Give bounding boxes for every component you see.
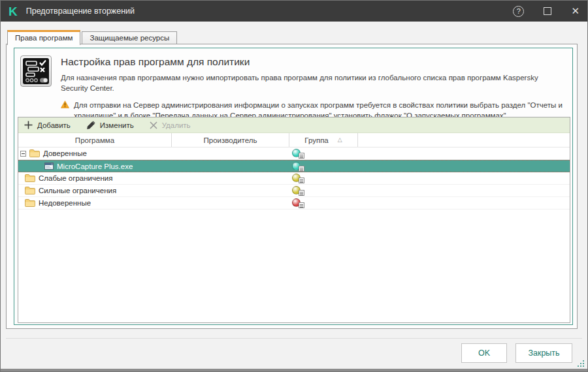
folder-icon: [29, 149, 40, 157]
table-body: ДоверенныеMicroCapture Plus.exeСлабые ог…: [18, 147, 570, 322]
kaspersky-logo-icon: K: [8, 5, 18, 18]
tab-strip: Права программ Защищаемые ресурсы: [1, 22, 587, 44]
group-status-icon: [292, 149, 304, 159]
resize-grip[interactable]: [576, 359, 584, 367]
help-button[interactable]: ?: [513, 6, 524, 17]
group-list-badge-icon: [299, 190, 304, 196]
group-status-icon: [292, 198, 304, 208]
column-label: Группа: [304, 136, 328, 144]
group-status-icon: [292, 174, 304, 183]
tab-protected-resources[interactable]: Защищаемые ресурсы: [82, 31, 177, 44]
titlebar: K Предотвращение вторжений ? ✕: [1, 1, 587, 22]
delete-button[interactable]: Удалить: [150, 121, 191, 129]
column-label: Программа: [75, 136, 114, 144]
group-status-icon: [292, 162, 304, 172]
rights-table: Добавить Изменить Удалить Программа Прои…: [18, 117, 570, 323]
column-header-program[interactable]: Программа: [18, 133, 172, 147]
table-row[interactable]: MicroCapture Plus.exe: [18, 160, 570, 172]
column-label: Производитель: [204, 136, 257, 144]
pencil-icon: [86, 121, 95, 130]
tab-page: Настройка прав программ для политики Для…: [6, 44, 578, 329]
tab-application-rights[interactable]: Права программ: [7, 30, 80, 45]
table-row[interactable]: Доверенные: [18, 147, 570, 160]
ok-button[interactable]: OK: [461, 343, 507, 363]
close-dialog-button[interactable]: Закрыть: [515, 343, 572, 363]
footer-divider: [6, 338, 582, 339]
edit-button[interactable]: Изменить: [86, 121, 134, 130]
tab-label: Права программ: [15, 34, 73, 42]
folder-icon: [25, 187, 35, 194]
close-button[interactable]: ✕: [571, 5, 580, 17]
row-label: Недоверенные: [39, 199, 91, 207]
table-row[interactable]: Слабые ограничения: [18, 172, 570, 185]
row-label: Слабые ограничения: [39, 174, 112, 182]
maximize-button[interactable]: [544, 7, 551, 15]
window-title: Предотвращение вторжений: [26, 7, 135, 16]
column-header-empty: [358, 133, 570, 147]
warning-icon: [61, 101, 69, 108]
column-header-vendor[interactable]: Производитель: [172, 133, 289, 147]
folder-icon: [25, 199, 35, 207]
edit-label: Изменить: [100, 121, 134, 129]
row-label: Сильные ограничения: [39, 187, 116, 194]
dialog-window: K Предотвращение вторжений ? ✕ Права про…: [0, 0, 588, 372]
collapse-toggle-icon[interactable]: [20, 151, 26, 157]
window-bottom-border: [1, 369, 587, 371]
column-header-group[interactable]: Группа △: [289, 133, 358, 147]
page-title: Настройка прав программ для политики: [61, 56, 567, 68]
table-header: Программа Производитель Группа △: [18, 133, 570, 147]
group-list-badge-icon: [299, 153, 304, 159]
add-label: Добавить: [37, 121, 71, 129]
app-window-icon: [44, 163, 54, 170]
group-list-badge-icon: [299, 202, 304, 208]
table-row[interactable]: Недоверенные: [18, 197, 570, 209]
table-toolbar: Добавить Изменить Удалить: [18, 117, 570, 133]
page-description: Для назначения прав программам нужно имп…: [61, 72, 567, 94]
plus-icon: [24, 121, 33, 129]
group-list-badge-icon: [299, 166, 304, 172]
delete-label: Удалить: [162, 121, 191, 129]
group-list-badge-icon: [299, 178, 304, 183]
add-button[interactable]: Добавить: [24, 121, 71, 129]
table-row[interactable]: Сильные ограничения: [18, 185, 570, 197]
folder-icon: [25, 174, 35, 182]
dialog-footer: OK Закрыть: [1, 329, 587, 371]
tab-label: Защищаемые ресурсы: [90, 34, 169, 42]
sort-ascending-icon: △: [338, 136, 342, 143]
row-label: Доверенные: [43, 149, 87, 157]
page-header: Настройка прав программ для политики Для…: [20, 55, 567, 121]
application-rights-icon: [20, 55, 52, 87]
delete-x-icon: [150, 121, 157, 129]
group-status-icon: [292, 186, 304, 196]
settings-panel: Настройка прав программ для политики Для…: [14, 48, 573, 325]
row-label: MicroCapture Plus.exe: [57, 163, 133, 170]
